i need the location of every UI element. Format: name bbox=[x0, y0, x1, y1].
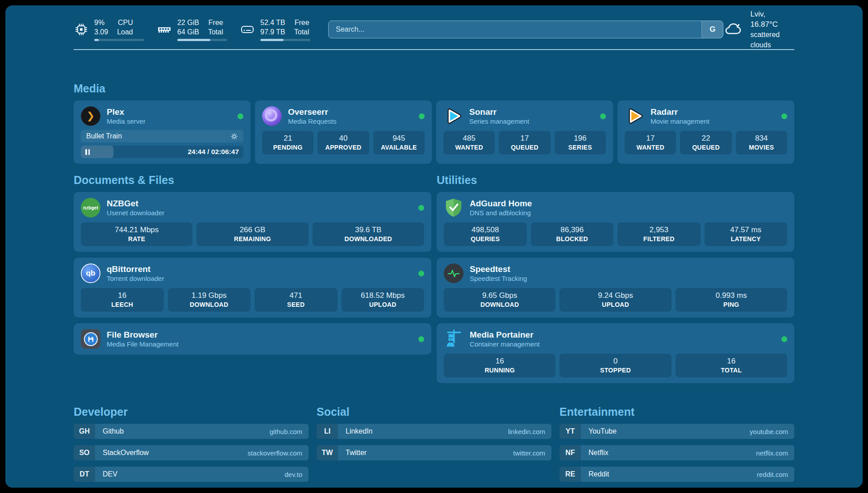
memory-total-value: 64 GiB bbox=[177, 27, 199, 37]
overseerr-name: Overseerr bbox=[288, 107, 336, 117]
nzbget-subtitle: Usenet downloader bbox=[107, 209, 164, 217]
cpu-load-label: Load bbox=[117, 27, 133, 37]
speedtest-stat-ping: 0.993 ms PING bbox=[676, 288, 787, 312]
memory-free-label: Free bbox=[208, 18, 223, 27]
bookmark-abbr: YT bbox=[559, 424, 581, 439]
bookmark-youtube[interactable]: YT YouTube youtube.com bbox=[559, 424, 794, 439]
cpu-progress-track bbox=[94, 39, 144, 41]
disk-total-label: Total bbox=[294, 27, 309, 37]
speedtest-subtitle: Speedtest Tracking bbox=[470, 275, 527, 283]
bookmark-abbr: RE bbox=[559, 467, 581, 482]
bookmark-url: netflix.com bbox=[756, 445, 794, 460]
sonarr-subtitle: Series management bbox=[469, 117, 529, 126]
plex-now-playing-title: Bullet Train bbox=[86, 132, 122, 140]
dashboard-page: 9% 3.09 CPU Load bbox=[5, 5, 863, 488]
adguard-card[interactable]: AdGuard Home DNS and adblocking 498,508 … bbox=[437, 192, 794, 252]
bookmark-name: Netflix bbox=[581, 445, 756, 460]
cpu-stat: 9% 3.09 CPU Load bbox=[74, 18, 144, 41]
section-title-developer: Developer bbox=[74, 405, 309, 418]
section-title-utilities: Utilities bbox=[437, 174, 794, 187]
nzbget-status-dot bbox=[418, 205, 424, 211]
section-title-documents: Documents & Files bbox=[74, 174, 431, 187]
plex-name: Plex bbox=[107, 107, 146, 117]
bookmark-netflix[interactable]: NF Netflix netflix.com bbox=[559, 445, 794, 460]
radarr-stat-wanted: 17 WANTED bbox=[625, 131, 676, 155]
qbittorrent-stat-seed: 471 SEED bbox=[255, 288, 338, 312]
qbittorrent-stat-upload: 618.52 Mbps UPLOAD bbox=[342, 288, 425, 312]
weather-condition: scattered clouds bbox=[750, 29, 794, 50]
bookmark-dev[interactable]: DT DEV dev.to bbox=[74, 467, 309, 482]
disk-total-value: 97.9 TB bbox=[260, 27, 285, 37]
bookmark-twitter[interactable]: TW Twitter twitter.com bbox=[317, 445, 551, 460]
disk-progress-track bbox=[260, 39, 310, 41]
bookmark-url: twitter.com bbox=[513, 445, 551, 460]
filebrowser-status-dot bbox=[418, 336, 424, 342]
speedtest-pulse-icon bbox=[444, 263, 463, 283]
system-stats: 9% 3.09 CPU Load bbox=[74, 18, 310, 41]
qbittorrent-card[interactable]: qb qBittorrent Torrent downloader 16 LEE… bbox=[74, 258, 431, 318]
disk-free-label: Free bbox=[294, 18, 309, 27]
radarr-status-dot bbox=[781, 113, 787, 119]
bookmark-github[interactable]: GH Github github.com bbox=[74, 424, 309, 439]
plex-card[interactable]: ❯ Plex Media server Bullet Train bbox=[74, 100, 250, 164]
sonarr-stat-wanted: 485 WANTED bbox=[443, 131, 495, 155]
nzbget-card[interactable]: nzbget NZBGet Usenet downloader 744.21 M… bbox=[74, 192, 431, 252]
plex-icon: ❯ bbox=[81, 106, 100, 126]
qbittorrent-stat-leech: 16 LEECH bbox=[81, 288, 164, 312]
nzbget-name: NZBGet bbox=[107, 198, 164, 209]
radarr-name: Radarr bbox=[651, 107, 709, 117]
cpu-usage-label: CPU bbox=[117, 18, 133, 27]
bookmark-stackoverflow[interactable]: SO StackOverflow stackoverflow.com bbox=[74, 445, 309, 460]
bookmark-name: Github bbox=[95, 424, 270, 439]
bookmark-name: Reddit bbox=[581, 467, 757, 482]
bookmark-abbr: GH bbox=[74, 424, 95, 439]
speedtest-card[interactable]: Speedtest Speedtest Tracking 9.65 Gbps D… bbox=[437, 258, 794, 318]
filebrowser-icon bbox=[81, 329, 100, 349]
bookmark-url: youtube.com bbox=[750, 424, 794, 439]
bookmark-abbr: LI bbox=[317, 424, 338, 439]
pause-button[interactable] bbox=[85, 149, 90, 155]
portainer-stat-stopped: 0 STOPPED bbox=[559, 354, 671, 377]
sonarr-status-dot bbox=[600, 113, 606, 119]
sonarr-stat-series: 196 SERIES bbox=[555, 131, 606, 155]
settings-gear-icon[interactable] bbox=[230, 133, 238, 140]
plex-subtitle: Media server bbox=[107, 117, 146, 126]
plex-now-playing-row: Bullet Train bbox=[81, 130, 243, 142]
adguard-stat-blocked: 86,396 BLOCKED bbox=[531, 222, 614, 246]
filebrowser-card[interactable]: File Browser Media File Management bbox=[74, 323, 431, 355]
bookmark-linkedin[interactable]: LI LinkedIn linkedin.com bbox=[317, 424, 551, 439]
qbittorrent-name: qBittorrent bbox=[107, 264, 164, 275]
memory-progress-fill bbox=[177, 39, 210, 41]
bookmark-url: reddit.com bbox=[757, 467, 794, 482]
overseerr-status-dot bbox=[419, 113, 425, 119]
radarr-card[interactable]: Radarr Movie management 17 WANTED 22 QUE… bbox=[618, 100, 794, 164]
overseerr-subtitle: Media Requests bbox=[288, 117, 336, 126]
memory-icon bbox=[157, 22, 172, 37]
bookmark-reddit[interactable]: RE Reddit reddit.com bbox=[559, 467, 794, 482]
sonarr-stat-queued: 17 QUEUED bbox=[499, 131, 550, 155]
weather-widget: Lviv, 16.87°C scattered clouds bbox=[723, 9, 794, 50]
cpu-icon bbox=[74, 22, 89, 37]
search-provider-button[interactable]: G bbox=[701, 21, 723, 38]
overseerr-icon bbox=[262, 106, 282, 126]
overseerr-stat-pending: 21 PENDING bbox=[262, 131, 313, 155]
disk-progress-fill bbox=[260, 39, 284, 41]
radarr-stat-movies: 834 MOVIES bbox=[736, 131, 787, 155]
cloud-icon bbox=[723, 21, 744, 38]
bookmark-url: dev.to bbox=[284, 467, 309, 482]
weather-location-temp: Lviv, 16.87°C bbox=[750, 9, 794, 29]
portainer-stat-total: 16 TOTAL bbox=[676, 354, 787, 377]
disk-stat: 52.4 TB 97.9 TB Free Total bbox=[240, 18, 310, 41]
search-input[interactable] bbox=[329, 21, 701, 38]
adguard-stat-filtered: 2,953 FILTERED bbox=[618, 222, 701, 246]
bookmark-abbr: NF bbox=[559, 445, 581, 460]
overseerr-card[interactable]: Overseerr Media Requests 21 PENDING 40 A… bbox=[255, 100, 432, 164]
overseerr-stat-approved: 40 APPROVED bbox=[317, 131, 369, 155]
cpu-usage-value: 9% bbox=[94, 18, 108, 27]
portainer-card[interactable]: Media Portainer Container management 16 … bbox=[437, 323, 794, 383]
disk-free-value: 52.4 TB bbox=[260, 18, 285, 27]
section-title-social: Social bbox=[317, 405, 551, 418]
memory-total-label: Total bbox=[208, 27, 223, 37]
sonarr-card[interactable]: Sonarr Series management 485 WANTED 17 Q… bbox=[436, 100, 613, 164]
nzbget-stat-rate: 744.21 Mbps RATE bbox=[81, 222, 192, 246]
